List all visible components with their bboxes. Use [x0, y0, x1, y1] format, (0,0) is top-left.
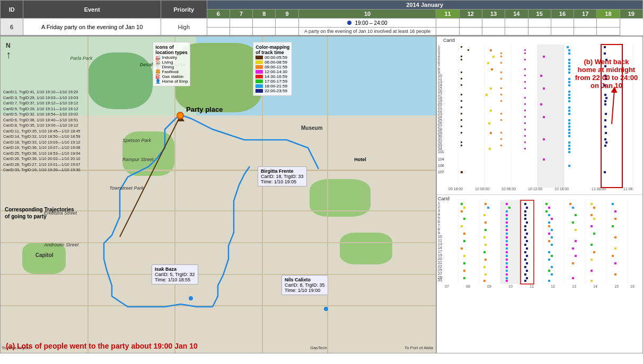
- icon-industry: 🏭 Industry: [155, 55, 188, 60]
- svg-rect-298: [506, 259, 508, 261]
- svg-rect-154: [500, 119, 502, 121]
- svg-rect-326: [506, 280, 508, 282]
- port-label: To Port of Abila: [404, 345, 433, 350]
- svg-rect-308: [506, 266, 508, 268]
- svg-rect-238: [591, 214, 593, 216]
- svg-rect-273: [526, 240, 528, 242]
- svg-rect-141: [524, 87, 526, 89]
- svg-text:101: 101: [438, 150, 444, 154]
- svg-rect-321: [463, 277, 465, 279]
- event-id-cell: 6: [1, 19, 23, 35]
- svg-rect-58: [568, 113, 570, 115]
- svg-text:6: 6: [438, 220, 440, 224]
- svg-rect-230: [524, 210, 526, 212]
- trajectories-list: CarID:1, TrgID:41, 1/10 19:10—1/10 19:20…: [3, 90, 81, 173]
- svg-rect-303: [506, 262, 508, 264]
- svg-rect-315: [591, 270, 593, 272]
- svg-rect-319: [551, 273, 553, 276]
- androutin-label: Androutin Street: [44, 242, 78, 247]
- svg-rect-46: [486, 94, 488, 96]
- svg-rect-152: [524, 116, 526, 118]
- svg-rect-158: [461, 132, 462, 134]
- svg-rect-40: [568, 81, 570, 83]
- svg-rect-295: [575, 255, 577, 257]
- svg-rect-226: [572, 207, 574, 209]
- svg-rect-264: [548, 233, 550, 235]
- svg-text:107: 107: [438, 170, 444, 174]
- svg-rect-122: [461, 46, 462, 48]
- svg-rect-272: [506, 240, 508, 242]
- svg-text:14: 14: [438, 246, 442, 250]
- svg-rect-133: [461, 72, 462, 73]
- svg-rect-244: [614, 218, 616, 220]
- map-park-1: [87, 52, 153, 109]
- svg-rect-307: [483, 266, 486, 268]
- svg-rect-65: [568, 126, 570, 128]
- svg-rect-283: [526, 247, 528, 250]
- svg-rect-324: [572, 277, 574, 279]
- svg-rect-38: [568, 78, 570, 80]
- svg-text:11: 11: [438, 238, 442, 242]
- svg-rect-243: [593, 218, 595, 220]
- color-mapping-title: Color-mappingof track time: [256, 45, 289, 55]
- road-h5: [1, 305, 436, 306]
- svg-rect-60: [543, 116, 545, 118]
- svg-rect-126: [524, 52, 526, 54]
- date-18: 18: [597, 10, 620, 19]
- svg-text:CarId: CarId: [443, 38, 455, 43]
- svg-rect-281: [461, 247, 463, 250]
- svg-text:1: 1: [438, 201, 440, 205]
- north-arrow-symbol: ↑: [6, 49, 11, 60]
- svg-rect-44: [543, 87, 545, 90]
- date-17: 17: [574, 10, 597, 19]
- svg-rect-282: [506, 247, 508, 250]
- time-dot: [347, 21, 351, 25]
- svg-rect-241: [524, 218, 526, 220]
- svg-rect-299: [524, 259, 526, 261]
- svg-rect-49: [568, 97, 570, 99]
- svg-rect-124: [524, 49, 526, 51]
- svg-text:10 12:00: 10 12:00: [528, 187, 542, 191]
- svg-text:20: 20: [438, 257, 442, 261]
- location-dot-isak: [189, 296, 193, 300]
- svg-rect-83: [604, 171, 606, 173]
- svg-rect-84: [461, 171, 463, 173]
- svg-rect-236: [548, 214, 550, 216]
- svg-rect-254: [591, 225, 593, 227]
- svg-rect-286: [483, 251, 486, 253]
- svg-rect-73: [604, 138, 606, 140]
- svg-rect-242: [551, 218, 553, 220]
- road-v1: [87, 37, 89, 353]
- svg-rect-317: [506, 273, 508, 276]
- svg-rect-301: [591, 259, 593, 261]
- svg-rect-45: [568, 91, 570, 93]
- svg-rect-275: [575, 240, 577, 242]
- location-dot-nils: [324, 307, 328, 311]
- svg-rect-166: [524, 148, 526, 149]
- svg-rect-270: [614, 236, 616, 238]
- svg-rect-277: [506, 244, 508, 246]
- svg-text:15: 15: [614, 285, 619, 288]
- svg-rect-231: [545, 210, 548, 212]
- svg-rect-296: [612, 255, 614, 257]
- svg-rect-280: [591, 244, 593, 246]
- svg-rect-132: [524, 68, 526, 70]
- svg-rect-234: [506, 214, 508, 216]
- svg-rect-23: [568, 52, 570, 55]
- svg-rect-80: [568, 151, 570, 153]
- svg-text:27: 27: [438, 272, 442, 276]
- svg-text:7: 7: [438, 224, 440, 227]
- right-chart-panel: CarId 09 18:00 10 00:00 10 06:00 10 12:0…: [436, 36, 643, 353]
- svg-rect-161: [500, 138, 502, 140]
- svg-rect-72: [543, 138, 545, 140]
- svg-rect-239: [463, 218, 465, 220]
- svg-rect-237: [575, 214, 577, 216]
- svg-rect-54: [604, 103, 606, 105]
- svg-rect-134: [500, 72, 502, 73]
- svg-text:09 18:00: 09 18:00: [448, 187, 463, 191]
- event-name-cell: A Friday party on the evening of Jan 10: [23, 19, 161, 35]
- svg-text:2: 2: [438, 205, 440, 209]
- svg-rect-68: [490, 132, 492, 134]
- svg-rect-250: [461, 225, 463, 227]
- parla-park-label: Parla Park: [70, 56, 92, 61]
